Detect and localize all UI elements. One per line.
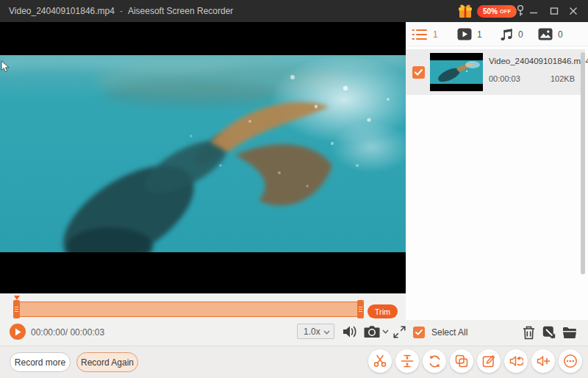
cut-button[interactable] bbox=[368, 349, 392, 373]
tab-images[interactable]: 0 bbox=[538, 22, 563, 46]
maximize-button[interactable] bbox=[545, 0, 563, 22]
recording-list-item[interactable]: Video_240409101846.mp4 00:00:03 102KB bbox=[406, 49, 585, 95]
select-all-label: Select All bbox=[431, 327, 467, 338]
tab-all-count: 1 bbox=[433, 29, 438, 40]
folder-icon bbox=[562, 327, 577, 339]
gift-icon[interactable] bbox=[456, 2, 475, 21]
record-more-button[interactable]: Record more bbox=[10, 352, 71, 372]
select-all-checkbox[interactable] bbox=[413, 327, 425, 338]
volume-boost-button[interactable] bbox=[531, 349, 555, 373]
speed-value: 1.0x bbox=[304, 327, 320, 337]
delete-button[interactable] bbox=[520, 324, 537, 340]
close-button[interactable] bbox=[564, 0, 582, 22]
discount-badge[interactable]: 50% OFF bbox=[477, 5, 517, 18]
play-icon bbox=[15, 328, 21, 336]
export-icon bbox=[542, 326, 556, 340]
tab-audio[interactable]: 0 bbox=[500, 22, 523, 46]
trim-handle-right[interactable] bbox=[357, 300, 364, 318]
window-title-app: Aiseesoft Screen Recorder bbox=[128, 6, 233, 16]
video-frame bbox=[0, 55, 406, 252]
trash-icon bbox=[523, 326, 535, 340]
window-title: Video_240409101846.mp4-Aiseesoft Screen … bbox=[9, 0, 233, 22]
export-button[interactable] bbox=[541, 324, 557, 340]
mouse-cursor bbox=[1, 60, 10, 73]
video-thumbnail[interactable] bbox=[430, 53, 483, 91]
time-display: 00:00:00/ 00:00:03 bbox=[31, 327, 104, 338]
check-icon bbox=[415, 329, 423, 335]
open-folder-button[interactable] bbox=[562, 324, 578, 340]
media-tabbar: 1 1 0 bbox=[406, 22, 588, 46]
play-button[interactable] bbox=[10, 324, 26, 340]
rotate-button[interactable] bbox=[423, 349, 446, 373]
trim-button[interactable]: Trim bbox=[368, 304, 398, 318]
discount-off-label: OFF bbox=[500, 8, 511, 15]
discount-percent: 50% bbox=[483, 7, 498, 15]
window-title-separator: - bbox=[120, 6, 123, 16]
audio-convert-button[interactable] bbox=[504, 349, 528, 373]
speed-select[interactable]: 1.0x bbox=[297, 324, 334, 339]
chevron-down-icon bbox=[323, 330, 330, 335]
fullscreen-button[interactable] bbox=[392, 323, 406, 340]
minimize-button[interactable] bbox=[525, 0, 542, 22]
fullscreen-icon bbox=[393, 326, 406, 338]
snapshot-options-button[interactable] bbox=[381, 323, 390, 340]
speaker-sync-icon bbox=[509, 354, 523, 368]
window-title-file: Video_240409101846.mp4 bbox=[9, 6, 115, 16]
image-icon bbox=[538, 28, 553, 40]
trim-handle-left[interactable] bbox=[13, 300, 20, 318]
more-button[interactable] bbox=[559, 349, 582, 373]
list-icon bbox=[412, 29, 428, 40]
tab-videos[interactable]: 1 bbox=[457, 22, 482, 46]
scissors-icon bbox=[373, 354, 387, 368]
underwater-video-still bbox=[0, 55, 406, 252]
titlebar: Video_240409101846.mp4-Aiseesoft Screen … bbox=[0, 0, 588, 22]
tab-all-recordings[interactable]: 1 bbox=[412, 22, 438, 46]
merge-icon bbox=[401, 354, 414, 368]
tab-images-count: 0 bbox=[558, 29, 563, 40]
camera-icon bbox=[364, 325, 380, 338]
minimize-icon bbox=[529, 7, 538, 15]
trim-track[interactable] bbox=[13, 302, 364, 317]
edit-icon bbox=[482, 354, 495, 368]
tab-videos-count: 1 bbox=[477, 29, 482, 40]
tab-audio-count: 0 bbox=[518, 29, 523, 40]
check-icon bbox=[415, 69, 423, 76]
speaker-plus-icon bbox=[537, 354, 551, 368]
record-again-button[interactable]: Record Again bbox=[76, 352, 138, 372]
file-size: 102KB bbox=[551, 74, 575, 83]
music-icon bbox=[500, 28, 513, 41]
copy-icon bbox=[455, 354, 468, 368]
merge-button[interactable] bbox=[395, 349, 419, 373]
app-window: Video_240409101846.mp4-Aiseesoft Screen … bbox=[0, 0, 588, 378]
recording-list-panel: 1 1 0 bbox=[406, 22, 588, 320]
tips-key-icon[interactable] bbox=[515, 4, 526, 18]
list-actions-bar: Select All bbox=[406, 320, 588, 346]
sidebar-scrollbar[interactable] bbox=[581, 52, 585, 274]
file-checkbox[interactable] bbox=[412, 66, 425, 79]
close-icon bbox=[569, 7, 578, 15]
file-duration: 00:00:03 bbox=[489, 74, 520, 83]
file-name: Video_240409101846.mp4 bbox=[489, 57, 588, 65]
playback-controls: Trim 00:00:00/ 00:00:03 1.0x bbox=[0, 293, 406, 346]
maximize-icon bbox=[550, 7, 559, 15]
rotate-icon bbox=[428, 354, 442, 368]
video-icon bbox=[457, 28, 472, 40]
more-icon bbox=[563, 354, 578, 368]
copy-button[interactable] bbox=[450, 349, 473, 373]
snapshot-button[interactable] bbox=[362, 323, 381, 340]
thumbnail-image bbox=[430, 53, 483, 91]
speaker-icon bbox=[343, 325, 358, 338]
chevron-down-icon bbox=[382, 329, 389, 334]
volume-button[interactable] bbox=[341, 323, 359, 340]
edit-button[interactable] bbox=[477, 349, 501, 373]
video-preview-area[interactable] bbox=[0, 22, 406, 293]
